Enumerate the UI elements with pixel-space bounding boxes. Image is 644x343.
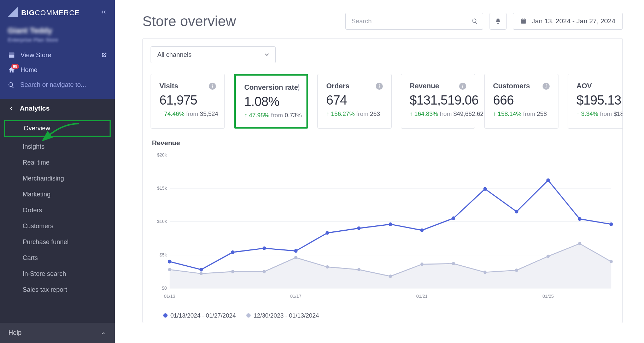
svg-point-39 [483, 187, 487, 191]
info-icon[interactable]: i [459, 83, 466, 90]
chevron-up-icon [100, 330, 106, 336]
metric-value: $195.13 [576, 93, 622, 108]
revenue-chart: $0$5k$10k$15k$20k01/1301/1701/2101/25 [143, 148, 622, 310]
sidebar-help[interactable]: Help [0, 323, 115, 343]
sidebar-item-merchandising[interactable]: Merchandising [0, 171, 115, 187]
metric-orders[interactable]: Ordersi 674 ↑ 156.27% from 263 [317, 74, 392, 129]
metric-aov[interactable]: AOVi $195.13 ↑ 3.34% from $188.8 [568, 74, 622, 129]
chart-title: Revenue [143, 139, 622, 148]
sidebar-section-analytics[interactable]: Analytics [0, 99, 115, 118]
date-range-picker[interactable]: Jan 13, 2024 - Jan 27, 2024 [513, 13, 623, 30]
svg-point-17 [263, 270, 266, 273]
svg-point-37 [420, 229, 424, 232]
info-icon[interactable]: i [298, 84, 299, 91]
sidebar-item-customers[interactable]: Customers [0, 218, 115, 234]
svg-text:01/13: 01/13 [164, 294, 175, 299]
svg-point-35 [357, 226, 361, 230]
svg-point-22 [420, 262, 423, 266]
legend-previous: 12/30/2023 - 01/13/2024 [246, 312, 319, 319]
svg-text:01/17: 01/17 [290, 294, 301, 299]
global-search[interactable] [345, 13, 483, 30]
metric-customers[interactable]: Customersi 666 ↑ 158.14% from 258 [484, 74, 558, 129]
metric-change: ↑ 47.95% from 0.73% [244, 112, 298, 119]
svg-point-41 [546, 178, 550, 182]
svg-point-19 [326, 265, 329, 268]
svg-point-23 [452, 262, 455, 265]
sidebar-section-label: Analytics [20, 105, 49, 112]
svg-point-27 [578, 242, 581, 245]
svg-point-29 [168, 260, 171, 263]
overview-card: All channels Visitsi 61,975 ↑ 74.46% fro… [142, 38, 623, 323]
brand-commerce: COMMERCE [35, 9, 80, 17]
chevron-left-icon [8, 105, 14, 112]
sidebar-view-store[interactable]: View Store [0, 48, 115, 63]
metric-label: Conversion rate [244, 83, 298, 91]
svg-text:01/25: 01/25 [543, 294, 554, 299]
metric-label: AOV [576, 82, 592, 90]
search-icon [472, 18, 478, 24]
svg-point-33 [294, 249, 298, 253]
channel-select-value: All channels [157, 51, 192, 59]
date-range-label: Jan 13, 2024 - Jan 27, 2024 [532, 17, 615, 25]
svg-point-16 [231, 270, 234, 273]
main-content: Store overview Jan 13, 2024 - Jan 27, 20… [115, 0, 644, 343]
sidebar-item-in-store-search[interactable]: In-Store search [0, 266, 115, 282]
svg-point-28 [610, 260, 613, 263]
sidebar-home[interactable]: 98 Home [0, 63, 115, 77]
svg-text:$0: $0 [162, 285, 167, 291]
svg-point-42 [578, 217, 581, 220]
svg-point-20 [357, 268, 361, 271]
svg-point-18 [294, 256, 297, 259]
chart-legend: 01/13/2024 - 01/27/2024 12/30/2023 - 01/… [143, 310, 622, 323]
sidebar-search-input[interactable] [19, 81, 107, 89]
metric-change: ↑ 158.14% from 258 [493, 111, 550, 118]
sidebar-search[interactable] [0, 77, 115, 93]
home-icon: 98 [8, 66, 16, 74]
search-icon [8, 81, 14, 89]
search-input[interactable] [351, 17, 472, 25]
metric-value: $131,519.06 [410, 93, 466, 108]
calendar-icon [520, 18, 527, 24]
metric-value: 1.08% [244, 94, 298, 109]
channel-select[interactable]: All channels [151, 46, 276, 63]
sidebar-item-real-time[interactable]: Real time [0, 155, 115, 171]
metrics-strip: Visitsi 61,975 ↑ 74.46% from 35,524 Conv… [143, 74, 622, 139]
svg-point-31 [231, 250, 234, 254]
sidebar-collapse-button[interactable] [99, 8, 107, 18]
metric-revenue[interactable]: Revenuei $131,519.06 ↑ 164.83% from $49,… [401, 74, 475, 129]
metric-visits[interactable]: Visitsi 61,975 ↑ 74.46% from 35,524 [151, 74, 225, 129]
info-icon[interactable]: i [209, 83, 216, 90]
sidebar: BIGCOMMERCE Giant Teddy Enterprise Plan … [0, 0, 115, 343]
svg-point-38 [452, 217, 455, 220]
metric-value: 61,975 [159, 93, 216, 108]
sidebar-item-insights[interactable]: Insights [0, 139, 115, 155]
metric-conversion-rate[interactable]: Conversion ratei 1.08% ↑ 47.95% from 0.7… [234, 74, 308, 129]
sidebar-help-label: Help [8, 329, 22, 337]
svg-point-25 [515, 268, 518, 272]
info-icon[interactable]: i [376, 83, 383, 90]
metric-change: ↑ 3.34% from $188.8 [576, 111, 622, 118]
notifications-button[interactable] [490, 13, 507, 30]
sidebar-items-list: Overview Insights Real time Merchandisin… [0, 118, 115, 298]
brand-logo[interactable]: BIGCOMMERCE [8, 8, 80, 18]
legend-current: 01/13/2024 - 01/27/2024 [163, 312, 236, 319]
svg-point-26 [546, 255, 550, 258]
sidebar-item-carts[interactable]: Carts [0, 250, 115, 266]
sidebar-item-sales-tax-report[interactable]: Sales tax report [0, 282, 115, 298]
sidebar-item-purchase-funnel[interactable]: Purchase funnel [0, 234, 115, 250]
svg-text:$10k: $10k [157, 219, 167, 224]
brand-big: BIG [21, 9, 35, 17]
store-identity: Giant Teddy Enterprise Plan Store [0, 24, 115, 48]
store-icon [8, 51, 16, 59]
info-icon[interactable]: i [543, 83, 550, 90]
metric-value: 666 [493, 93, 550, 108]
svg-point-21 [389, 274, 392, 278]
svg-point-15 [200, 272, 203, 275]
svg-point-43 [609, 223, 613, 226]
svg-point-30 [199, 268, 203, 271]
sidebar-item-overview[interactable]: Overview [4, 120, 111, 137]
sidebar-item-orders[interactable]: Orders [0, 202, 115, 218]
sidebar-item-marketing[interactable]: Marketing [0, 187, 115, 202]
metric-change: ↑ 74.46% from 35,524 [159, 111, 216, 118]
metric-label: Customers [493, 82, 530, 90]
